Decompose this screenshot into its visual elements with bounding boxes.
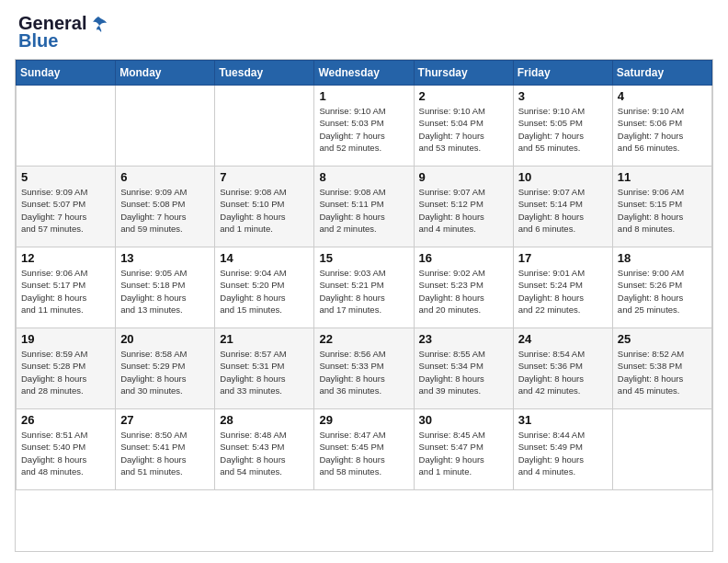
- calendar-header: SundayMondayTuesdayWednesdayThursdayFrid…: [17, 61, 712, 86]
- day-number: 12: [21, 251, 110, 265]
- day-info: Sunrise: 8:51 AM Sunset: 5:40 PM Dayligh…: [21, 429, 110, 477]
- day-info: Sunrise: 9:08 AM Sunset: 5:10 PM Dayligh…: [220, 186, 309, 235]
- calendar-cell: 4Sunrise: 9:10 AM Sunset: 5:06 PM Daylig…: [612, 86, 711, 167]
- day-number: 22: [319, 332, 408, 346]
- calendar-week-4: 19Sunrise: 8:59 AM Sunset: 5:28 PM Dayli…: [17, 328, 712, 409]
- header-row: SundayMondayTuesdayWednesdayThursdayFrid…: [17, 61, 712, 86]
- day-info: Sunrise: 9:01 AM Sunset: 5:24 PM Dayligh…: [518, 267, 608, 316]
- day-info: Sunrise: 8:54 AM Sunset: 5:36 PM Dayligh…: [518, 348, 608, 396]
- calendar-cell: [17, 86, 116, 167]
- calendar-cell: 24Sunrise: 8:54 AM Sunset: 5:36 PM Dayli…: [513, 328, 612, 409]
- day-info: Sunrise: 9:09 AM Sunset: 5:07 PM Dayligh…: [21, 186, 110, 235]
- day-number: 4: [618, 89, 707, 103]
- calendar-cell: 30Sunrise: 8:45 AM Sunset: 5:47 PM Dayli…: [414, 409, 513, 490]
- day-number: 10: [518, 170, 608, 184]
- weekday-header-saturday: Saturday: [612, 61, 711, 86]
- calendar-cell: 11Sunrise: 9:06 AM Sunset: 5:15 PM Dayli…: [612, 167, 711, 247]
- day-info: Sunrise: 9:10 AM Sunset: 5:06 PM Dayligh…: [618, 105, 707, 154]
- calendar-cell: 28Sunrise: 8:48 AM Sunset: 5:43 PM Dayli…: [215, 409, 314, 490]
- day-info: Sunrise: 9:04 AM Sunset: 5:20 PM Dayligh…: [220, 267, 309, 316]
- calendar-cell: 13Sunrise: 9:05 AM Sunset: 5:18 PM Dayli…: [116, 247, 215, 328]
- day-info: Sunrise: 9:03 AM Sunset: 5:21 PM Dayligh…: [319, 267, 408, 316]
- day-number: 28: [220, 413, 309, 427]
- calendar-cell: 14Sunrise: 9:04 AM Sunset: 5:20 PM Dayli…: [215, 247, 314, 328]
- day-info: Sunrise: 8:57 AM Sunset: 5:31 PM Dayligh…: [220, 348, 309, 396]
- calendar-cell: 19Sunrise: 8:59 AM Sunset: 5:28 PM Dayli…: [17, 328, 116, 409]
- day-number: 29: [319, 413, 408, 427]
- calendar-cell: 2Sunrise: 9:10 AM Sunset: 5:04 PM Daylig…: [414, 86, 513, 167]
- day-number: 25: [618, 332, 707, 346]
- calendar-cell: 16Sunrise: 9:02 AM Sunset: 5:23 PM Dayli…: [414, 247, 513, 328]
- calendar-cell: 10Sunrise: 9:07 AM Sunset: 5:14 PM Dayli…: [513, 167, 612, 247]
- calendar-cell: 23Sunrise: 8:55 AM Sunset: 5:34 PM Dayli…: [414, 328, 513, 409]
- day-number: 24: [518, 332, 608, 346]
- day-number: 26: [21, 413, 110, 427]
- day-info: Sunrise: 9:02 AM Sunset: 5:23 PM Dayligh…: [419, 267, 508, 316]
- day-number: 15: [319, 251, 408, 265]
- day-number: 14: [220, 251, 309, 265]
- day-number: 16: [419, 251, 508, 265]
- calendar-cell: 9Sunrise: 9:07 AM Sunset: 5:12 PM Daylig…: [414, 167, 513, 247]
- calendar-cell: 3Sunrise: 9:10 AM Sunset: 5:05 PM Daylig…: [513, 86, 612, 167]
- calendar-cell: 5Sunrise: 9:09 AM Sunset: 5:07 PM Daylig…: [17, 167, 116, 247]
- day-info: Sunrise: 8:50 AM Sunset: 5:41 PM Dayligh…: [120, 429, 210, 477]
- calendar-cell: 6Sunrise: 9:09 AM Sunset: 5:08 PM Daylig…: [116, 167, 215, 247]
- calendar-cell: 25Sunrise: 8:52 AM Sunset: 5:38 PM Dayli…: [612, 328, 711, 409]
- day-number: 11: [618, 170, 707, 184]
- weekday-header-wednesday: Wednesday: [314, 61, 414, 86]
- day-info: Sunrise: 8:48 AM Sunset: 5:43 PM Dayligh…: [220, 429, 309, 477]
- logo-bird-icon: [88, 14, 108, 34]
- day-info: Sunrise: 9:09 AM Sunset: 5:08 PM Dayligh…: [120, 186, 210, 235]
- weekday-header-thursday: Thursday: [414, 61, 513, 86]
- logo-blue-text: Blue: [18, 30, 58, 52]
- day-number: 20: [120, 332, 210, 346]
- calendar-week-3: 12Sunrise: 9:06 AM Sunset: 5:17 PM Dayli…: [17, 247, 712, 328]
- calendar-cell: 27Sunrise: 8:50 AM Sunset: 5:41 PM Dayli…: [116, 409, 215, 490]
- calendar-cell: 12Sunrise: 9:06 AM Sunset: 5:17 PM Dayli…: [17, 247, 116, 328]
- calendar-table: SundayMondayTuesdayWednesdayThursdayFrid…: [16, 60, 712, 490]
- day-info: Sunrise: 8:56 AM Sunset: 5:33 PM Dayligh…: [319, 348, 408, 396]
- day-info: Sunrise: 9:00 AM Sunset: 5:26 PM Dayligh…: [618, 267, 707, 316]
- day-number: 27: [120, 413, 210, 427]
- calendar-cell: 1Sunrise: 9:10 AM Sunset: 5:03 PM Daylig…: [314, 86, 414, 167]
- day-info: Sunrise: 9:10 AM Sunset: 5:05 PM Dayligh…: [518, 105, 608, 154]
- day-info: Sunrise: 8:47 AM Sunset: 5:45 PM Dayligh…: [319, 429, 408, 477]
- day-number: 9: [419, 170, 508, 184]
- calendar-cell: 17Sunrise: 9:01 AM Sunset: 5:24 PM Dayli…: [513, 247, 612, 328]
- day-info: Sunrise: 8:58 AM Sunset: 5:29 PM Dayligh…: [120, 348, 210, 396]
- day-info: Sunrise: 8:45 AM Sunset: 5:47 PM Dayligh…: [419, 429, 508, 477]
- day-info: Sunrise: 8:59 AM Sunset: 5:28 PM Dayligh…: [21, 348, 110, 396]
- calendar-cell: 26Sunrise: 8:51 AM Sunset: 5:40 PM Dayli…: [17, 409, 116, 490]
- day-info: Sunrise: 8:52 AM Sunset: 5:38 PM Dayligh…: [618, 348, 707, 396]
- calendar-week-2: 5Sunrise: 9:09 AM Sunset: 5:07 PM Daylig…: [17, 167, 712, 247]
- logo-area: General Blue: [18, 13, 110, 52]
- calendar-cell: 8Sunrise: 9:08 AM Sunset: 5:11 PM Daylig…: [314, 167, 414, 247]
- day-info: Sunrise: 9:08 AM Sunset: 5:11 PM Dayligh…: [319, 186, 408, 235]
- day-number: 2: [419, 89, 508, 103]
- weekday-header-sunday: Sunday: [17, 61, 116, 86]
- calendar-cell: [116, 86, 215, 167]
- day-number: 7: [220, 170, 309, 184]
- day-number: 31: [518, 413, 608, 427]
- calendar-cell: [215, 86, 314, 167]
- day-number: 18: [618, 251, 707, 265]
- calendar-week-1: 1Sunrise: 9:10 AM Sunset: 5:03 PM Daylig…: [17, 86, 712, 167]
- calendar-cell: 22Sunrise: 8:56 AM Sunset: 5:33 PM Dayli…: [314, 328, 414, 409]
- calendar-cell: 21Sunrise: 8:57 AM Sunset: 5:31 PM Dayli…: [215, 328, 314, 409]
- day-number: 1: [319, 89, 408, 103]
- day-number: 30: [419, 413, 508, 427]
- day-number: 13: [120, 251, 210, 265]
- day-info: Sunrise: 9:05 AM Sunset: 5:18 PM Dayligh…: [120, 267, 210, 316]
- calendar-cell: 29Sunrise: 8:47 AM Sunset: 5:45 PM Dayli…: [314, 409, 414, 490]
- header: General Blue: [0, 0, 728, 59]
- day-info: Sunrise: 8:44 AM Sunset: 5:49 PM Dayligh…: [518, 429, 608, 477]
- day-info: Sunrise: 9:06 AM Sunset: 5:17 PM Dayligh…: [21, 267, 110, 316]
- day-number: 3: [518, 89, 608, 103]
- day-info: Sunrise: 9:10 AM Sunset: 5:03 PM Dayligh…: [319, 105, 408, 154]
- page: General Blue SundayMondayTuesdayWednesda…: [0, 0, 728, 563]
- day-number: 5: [21, 170, 110, 184]
- day-number: 17: [518, 251, 608, 265]
- calendar-cell: 18Sunrise: 9:00 AM Sunset: 5:26 PM Dayli…: [612, 247, 711, 328]
- day-info: Sunrise: 9:06 AM Sunset: 5:15 PM Dayligh…: [618, 186, 707, 235]
- day-info: Sunrise: 9:07 AM Sunset: 5:12 PM Dayligh…: [419, 186, 508, 235]
